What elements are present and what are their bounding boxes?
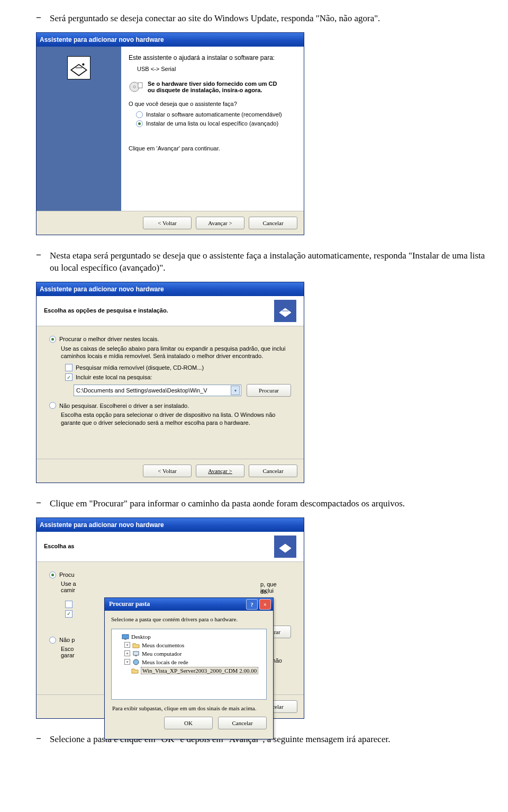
checkbox-include-label: Incluir este local na pesquisa:	[76, 374, 152, 380]
tree-label: Desktop	[131, 633, 151, 640]
tree-label: Win_Vista_XP_Server2003_2000_CDM 2.00.00	[141, 667, 258, 674]
cancel-button[interactable]: Cancelar	[218, 717, 267, 729]
tree-label: Meu computador	[142, 650, 182, 657]
checkbox-icon	[65, 364, 72, 371]
bullet-dash: −	[36, 734, 50, 746]
nosearch-description: Escolha esta opção para selecionar o dri…	[61, 411, 291, 426]
radio-list-label: Instalar de uma lista ou local específic…	[146, 120, 278, 127]
wizard-body: Procu Use a camir ✓ Não p Esco garar p, …	[37, 562, 304, 694]
titlebar: Assistente para adicionar novo hardware	[37, 33, 304, 47]
tree-item-selected-folder[interactable]: Win_Vista_XP_Server2003_2000_CDM 2.00.00	[115, 666, 263, 675]
chevron-down-icon[interactable]: ▾	[231, 386, 240, 395]
hardware-icon	[67, 56, 90, 79]
cancel-button[interactable]: Cancelar	[249, 465, 297, 477]
browse-folder-dialog: Procurar pasta ? × Selecione a pasta que…	[104, 597, 274, 739]
dialog-titlebar: Procurar pasta ? ×	[105, 598, 273, 611]
svg-point-9	[133, 659, 139, 665]
header-text: Escolha as	[44, 543, 74, 550]
back-button[interactable]: < Voltar	[143, 465, 192, 477]
radio-list[interactable]: Instalar de uma lista ou local específic…	[136, 120, 294, 127]
hardware-icon	[274, 536, 296, 558]
expand-icon[interactable]: +	[124, 642, 130, 648]
bullet-item: − Será perguntado se deseja conectar ao …	[36, 13, 487, 25]
checkbox-icon	[65, 601, 72, 608]
checkbox-removable[interactable]: Pesquisar mídia removível (disquete, CD-…	[65, 364, 291, 371]
dialog-instruction: Selecione a pasta que contém drivers par…	[111, 616, 267, 622]
window-title: Assistente para adicionar novo hardware	[40, 285, 164, 293]
tree-item-network[interactable]: + Meus locais de rede	[115, 658, 263, 666]
ok-button[interactable]: OK	[164, 717, 213, 729]
wizard-body: Este assistente o ajudará a instalar o s…	[37, 47, 304, 211]
cd-line1: Se o hardware tiver sido fornecido com u…	[148, 81, 277, 87]
radio-auto[interactable]: Instalar o software automaticamente (rec…	[136, 111, 294, 118]
path-combo[interactable]: C:\Documents and Settings\sweda\Desktop\…	[74, 385, 241, 396]
radio-icon	[49, 637, 56, 644]
bullet-text: Clique em "Procurar" para informar o cam…	[50, 498, 405, 510]
path-value: C:\Documents and Settings\sweda\Desktop\…	[76, 387, 207, 394]
bullet-dash: −	[36, 498, 50, 510]
click-next-text: Clique em 'Avançar' para continuar.	[129, 145, 294, 151]
radio-nosearch[interactable]: Não pesquisar. Escolherei o driver a ser…	[49, 402, 291, 409]
clipped-text: do.	[260, 588, 291, 595]
radio-icon-checked	[136, 120, 143, 127]
svg-point-1	[82, 64, 84, 66]
network-icon	[132, 658, 140, 666]
browse-button[interactable]: Procurar	[247, 384, 291, 397]
next-button[interactable]: Avançar >	[196, 465, 244, 477]
back-button[interactable]: < Voltar	[143, 217, 192, 229]
wizard-header: Escolha as opções de pesquisa e instalaç…	[37, 296, 304, 326]
computer-icon	[132, 650, 140, 657]
folder-tree[interactable]: Desktop + Meus documentos + Meu computad…	[111, 629, 267, 700]
path-row: C:\Documents and Settings\sweda\Desktop\…	[74, 384, 291, 397]
wizard-footer: < Voltar Avançar > Cancelar	[37, 459, 304, 483]
cd-hint-text: Se o hardware tiver sido fornecido com u…	[148, 81, 277, 93]
folder-icon	[132, 641, 140, 649]
svg-rect-8	[135, 655, 137, 656]
checkbox-removable-label: Pesquisar mídia removível (disquete, CD-…	[76, 364, 204, 371]
bullet-text: Nesta etapa será perguntado se deseja qu…	[50, 250, 487, 274]
device-name: USB <-> Serial	[137, 66, 294, 72]
help-icon[interactable]: ?	[246, 599, 258, 610]
close-icon[interactable]: ×	[259, 599, 271, 610]
titlebar: Assistente para adicionar novo hardware	[37, 518, 304, 532]
wizard-footer: < Voltar Avançar > Cancelar	[37, 211, 304, 235]
clipped-text: Use a	[61, 581, 291, 587]
checkbox-include[interactable]: ✓ Incluir este local na pesquisa:	[65, 373, 291, 381]
wizard-header: Escolha as	[37, 532, 304, 562]
radio-search[interactable]: Procurar o melhor driver nestes locais.	[49, 336, 291, 343]
wizard-side-panel	[37, 47, 121, 211]
tree-item-docs[interactable]: + Meus documentos	[115, 641, 263, 649]
desktop-icon	[122, 633, 129, 640]
bullet-dash: −	[36, 250, 50, 274]
expand-icon[interactable]: +	[124, 650, 130, 656]
radio-search-partial: Procu	[49, 572, 291, 578]
tree-item-desktop[interactable]: Desktop	[115, 632, 263, 641]
wizard-main: Este assistente o ajudará a instalar o s…	[121, 47, 304, 211]
bullet-text: Será perguntado se deseja conectar ao si…	[50, 13, 380, 25]
tree-label: Meus documentos	[142, 642, 184, 648]
tree-item-computer[interactable]: + Meu computador	[115, 649, 263, 658]
wizard-search-window: Assistente para adicionar novo hardware …	[36, 282, 304, 483]
titlebar: Assistente para adicionar novo hardware	[37, 282, 304, 296]
radio-icon-checked	[49, 572, 56, 578]
expand-icon[interactable]: +	[124, 659, 130, 665]
svg-rect-6	[124, 639, 126, 640]
svg-point-3	[133, 86, 135, 88]
window-title: Assistente para adicionar novo hardware	[40, 36, 164, 43]
search-description: Use as caixas de seleção abaixo para lim…	[61, 345, 291, 360]
next-button[interactable]: Avançar >	[196, 217, 244, 229]
dialog-title: Procurar pasta	[109, 600, 150, 608]
bullet-item: − Clique em "Procurar" para informar o c…	[36, 498, 487, 510]
radio-icon-checked	[49, 336, 56, 343]
clipped-text: Não p	[59, 637, 75, 643]
radio-icon	[136, 111, 143, 118]
radio-search-label: Procurar o melhor driver nestes locais.	[59, 336, 159, 342]
cd-hint-row: Se o hardware tiver sido fornecido com u…	[129, 81, 294, 93]
svg-rect-5	[122, 635, 129, 639]
radio-icon	[49, 402, 56, 409]
bullet-item: − Nesta etapa será perguntado se deseja …	[36, 250, 487, 274]
cancel-button[interactable]: Cancelar	[249, 217, 297, 229]
wizard-welcome-window: Assistente para adicionar novo hardware …	[36, 32, 304, 235]
bullet-dash: −	[36, 13, 50, 25]
cd-line2: ou disquete de instalação, insira-o agor…	[148, 87, 277, 93]
